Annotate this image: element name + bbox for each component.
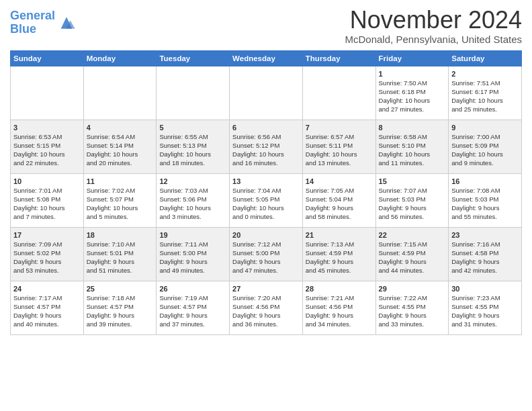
day-info: and 20 minutes. bbox=[87, 159, 154, 168]
day-number: 17 bbox=[13, 230, 81, 240]
day-info: and 11 minutes. bbox=[379, 159, 446, 168]
day-info: and 44 minutes. bbox=[379, 267, 446, 275]
day-info: Sunrise: 7:02 AM bbox=[87, 187, 154, 195]
day-info: Sunset: 4:59 PM bbox=[379, 249, 446, 258]
day-info: Sunrise: 6:56 AM bbox=[232, 133, 300, 142]
week-row-2: 10Sunrise: 7:01 AMSunset: 5:08 PMDayligh… bbox=[11, 173, 522, 227]
day-info: Daylight: 9 hours bbox=[232, 312, 300, 320]
day-info: Daylight: 9 hours bbox=[306, 258, 373, 267]
day-number: 16 bbox=[451, 177, 519, 187]
day-info: Daylight: 10 hours bbox=[451, 150, 519, 159]
calendar-cell: 4Sunrise: 6:54 AMSunset: 5:14 PMDaylight… bbox=[83, 120, 157, 173]
calendar-cell: 10Sunrise: 7:01 AMSunset: 5:08 PMDayligh… bbox=[11, 173, 84, 227]
day-info: Sunrise: 7:16 AM bbox=[451, 240, 519, 249]
day-info: Daylight: 9 hours bbox=[306, 204, 373, 213]
day-info: and 51 minutes. bbox=[87, 267, 154, 275]
day-info: and 36 minutes. bbox=[232, 320, 300, 329]
day-number: 19 bbox=[159, 230, 226, 240]
header-monday: Monday bbox=[83, 50, 157, 66]
day-info: Sunset: 5:00 PM bbox=[159, 249, 226, 258]
day-info: Sunset: 4:56 PM bbox=[306, 303, 373, 312]
day-info: Daylight: 9 hours bbox=[379, 312, 446, 320]
calendar-cell: 9Sunrise: 7:00 AMSunset: 5:09 PMDaylight… bbox=[449, 120, 522, 173]
day-info: Daylight: 9 hours bbox=[306, 312, 373, 320]
day-info: Sunset: 5:04 PM bbox=[306, 195, 373, 204]
calendar-cell: 1Sunrise: 7:50 AMSunset: 6:18 PMDaylight… bbox=[375, 66, 449, 120]
day-info: Sunset: 4:57 PM bbox=[87, 303, 154, 312]
day-info: Sunrise: 7:51 AM bbox=[451, 79, 519, 88]
calendar-cell: 18Sunrise: 7:10 AMSunset: 5:01 PMDayligh… bbox=[83, 227, 157, 281]
day-info: Daylight: 9 hours bbox=[379, 204, 446, 213]
day-info: Sunset: 5:08 PM bbox=[13, 195, 81, 204]
day-info: Daylight: 10 hours bbox=[379, 97, 446, 105]
calendar-cell: 13Sunrise: 7:04 AMSunset: 5:05 PMDayligh… bbox=[230, 173, 303, 227]
day-info: and 39 minutes. bbox=[87, 320, 154, 329]
day-number: 5 bbox=[159, 123, 226, 133]
day-info: Sunset: 4:55 PM bbox=[451, 303, 519, 312]
calendar-cell bbox=[230, 66, 303, 120]
calendar-cell bbox=[302, 66, 375, 120]
day-info: and 33 minutes. bbox=[379, 320, 446, 329]
day-info: Daylight: 9 hours bbox=[451, 204, 519, 213]
header-friday: Friday bbox=[375, 50, 449, 66]
calendar-cell: 2Sunrise: 7:51 AMSunset: 6:17 PMDaylight… bbox=[449, 66, 522, 120]
day-info: Daylight: 9 hours bbox=[13, 312, 81, 320]
calendar-cell bbox=[11, 66, 84, 120]
day-info: Sunrise: 7:00 AM bbox=[451, 133, 519, 142]
day-info: Sunrise: 7:01 AM bbox=[13, 187, 81, 195]
day-number: 20 bbox=[232, 230, 300, 240]
day-info: Daylight: 9 hours bbox=[232, 258, 300, 267]
logo: General Blue bbox=[10, 9, 76, 36]
day-info: Daylight: 9 hours bbox=[451, 258, 519, 267]
week-row-1: 3Sunrise: 6:53 AMSunset: 5:15 PMDaylight… bbox=[11, 120, 522, 173]
day-info: Sunset: 4:58 PM bbox=[451, 249, 519, 258]
calendar-cell: 17Sunrise: 7:09 AMSunset: 5:02 PMDayligh… bbox=[11, 227, 84, 281]
day-number: 12 bbox=[159, 177, 226, 187]
day-info: Sunset: 4:55 PM bbox=[379, 303, 446, 312]
day-info: Sunrise: 7:04 AM bbox=[232, 187, 300, 195]
day-info: Daylight: 10 hours bbox=[232, 204, 300, 213]
day-info: Daylight: 9 hours bbox=[379, 258, 446, 267]
day-info: Sunset: 5:07 PM bbox=[87, 195, 154, 204]
day-number: 24 bbox=[13, 284, 81, 294]
day-number: 28 bbox=[306, 284, 373, 294]
day-number: 25 bbox=[87, 284, 154, 294]
day-number: 8 bbox=[379, 123, 446, 133]
day-info: and 9 minutes. bbox=[451, 159, 519, 168]
day-info: Sunrise: 7:19 AM bbox=[159, 294, 226, 303]
title-block: November 2024 McDonald, Pennsylvania, Un… bbox=[345, 7, 522, 45]
day-info: Sunset: 5:03 PM bbox=[379, 195, 446, 204]
day-info: and 18 minutes. bbox=[159, 159, 226, 168]
day-info: and 3 minutes. bbox=[159, 213, 226, 222]
day-info: Sunrise: 7:50 AM bbox=[379, 79, 446, 88]
calendar-cell: 19Sunrise: 7:11 AMSunset: 5:00 PMDayligh… bbox=[157, 227, 230, 281]
calendar-cell: 26Sunrise: 7:19 AMSunset: 4:57 PMDayligh… bbox=[157, 281, 230, 334]
calendar-cell bbox=[157, 66, 230, 120]
day-info: Daylight: 10 hours bbox=[13, 204, 81, 213]
day-info: Daylight: 10 hours bbox=[379, 150, 446, 159]
day-number: 3 bbox=[13, 123, 81, 133]
day-info: Sunset: 5:10 PM bbox=[379, 142, 446, 150]
day-info: Sunrise: 7:23 AM bbox=[451, 294, 519, 303]
day-info: and 42 minutes. bbox=[451, 267, 519, 275]
location: McDonald, Pennsylvania, United States bbox=[345, 34, 522, 45]
day-info: Sunrise: 7:17 AM bbox=[13, 294, 81, 303]
day-info: and 40 minutes. bbox=[13, 320, 81, 329]
calendar-cell: 15Sunrise: 7:07 AMSunset: 5:03 PMDayligh… bbox=[375, 173, 449, 227]
day-number: 9 bbox=[451, 123, 519, 133]
day-info: Sunrise: 7:10 AM bbox=[87, 240, 154, 249]
calendar-header-row: SundayMondayTuesdayWednesdayThursdayFrid… bbox=[11, 50, 522, 66]
calendar-cell: 22Sunrise: 7:15 AMSunset: 4:59 PMDayligh… bbox=[375, 227, 449, 281]
day-info: and 45 minutes. bbox=[306, 267, 373, 275]
day-info: and 55 minutes. bbox=[451, 213, 519, 222]
header-tuesday: Tuesday bbox=[157, 50, 230, 66]
day-number: 21 bbox=[306, 230, 373, 240]
header-thursday: Thursday bbox=[302, 50, 375, 66]
day-info: and 0 minutes. bbox=[232, 213, 300, 222]
calendar-cell: 8Sunrise: 6:58 AMSunset: 5:10 PMDaylight… bbox=[375, 120, 449, 173]
day-info: Sunrise: 6:55 AM bbox=[159, 133, 226, 142]
day-info: Sunset: 5:05 PM bbox=[232, 195, 300, 204]
calendar-cell: 25Sunrise: 7:18 AMSunset: 4:57 PMDayligh… bbox=[83, 281, 157, 334]
day-info: and 56 minutes. bbox=[379, 213, 446, 222]
week-row-3: 17Sunrise: 7:09 AMSunset: 5:02 PMDayligh… bbox=[11, 227, 522, 281]
